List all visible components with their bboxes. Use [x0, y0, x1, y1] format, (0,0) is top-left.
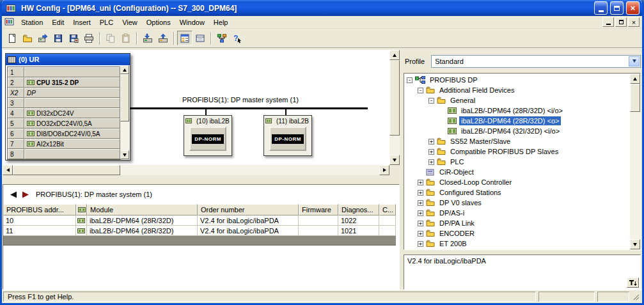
tree-item-configured-stations[interactable]: + Configured Stations — [405, 187, 629, 198]
help-button[interactable]: ? — [230, 31, 245, 45]
station-rack-window[interactable]: (0) UR 1 2 CPU 315-2 DP — [5, 53, 130, 160]
menu-options[interactable]: Options — [142, 17, 175, 27]
open-station-button[interactable] — [20, 31, 35, 45]
tree-expander[interactable]: + — [418, 221, 423, 226]
menu-edit[interactable]: Edit — [47, 17, 68, 27]
tree-expander[interactable]: + — [418, 190, 423, 196]
column-firmware[interactable]: Firmware — [299, 204, 338, 215]
paste-button[interactable] — [118, 31, 134, 45]
tree-expander[interactable]: - — [418, 88, 423, 93]
minimize-button[interactable] — [594, 1, 608, 15]
copy-button[interactable] — [103, 31, 118, 45]
tree-item-ibal2b-32i32d-io[interactable]: ibaL2B/-DPM64 (32I/32D) <i/o> — [405, 126, 629, 136]
scroll-down-button[interactable] — [389, 155, 400, 165]
save-button[interactable] — [51, 31, 66, 45]
column-order-number[interactable]: Order number — [198, 204, 299, 215]
column-module[interactable]: Module — [87, 204, 198, 215]
save-and-compile-button[interactable] — [66, 31, 81, 45]
menu-help[interactable]: Help — [209, 17, 233, 27]
tree-item-ibal2b-28r32d-io[interactable]: ibaL2B/-DPM64 (28R/32D) <i/o> — [405, 106, 629, 116]
catalog-toggle-button[interactable] — [177, 31, 192, 45]
download-to-module-button[interactable] — [140, 31, 155, 45]
tree-item-cir-object[interactable]: CiR-Object — [405, 167, 629, 177]
scroll-left-button[interactable] — [3, 165, 13, 175]
column-comment[interactable]: C... — [379, 204, 396, 215]
mdi-close-button[interactable]: × — [628, 17, 640, 27]
profibus-line[interactable] — [130, 107, 368, 109]
tree-expander[interactable]: + — [428, 149, 434, 155]
tree-expander[interactable]: + — [418, 200, 423, 206]
dp-norm-module[interactable]: DP-NORM — [189, 127, 226, 151]
scroll-up-button[interactable] — [630, 74, 640, 84]
tree-item-ss52-master-slave[interactable]: + SS52 Master/Slave — [405, 136, 629, 146]
upload-from-module-button[interactable] — [155, 31, 171, 45]
rack-slot-row[interactable]: 7 AI2x12Bit — [8, 139, 120, 149]
navigate-forward-icon[interactable] — [21, 191, 31, 199]
tree-item-additional-field-devices[interactable]: - Additional Field Devices — [405, 85, 629, 95]
scroll-up-button[interactable] — [389, 50, 400, 60]
profile-combobox[interactable]: Standard — [431, 55, 641, 68]
dp-slave-10[interactable]: (10) ibaL2B DP-NORM — [184, 115, 232, 156]
menu-station[interactable]: Station — [17, 17, 47, 27]
rack-window-titlebar[interactable]: (0) UR — [6, 54, 130, 65]
menu-window[interactable]: Window — [175, 17, 209, 27]
tree-item-dp-v0-slaves[interactable]: + DP V0 slaves — [405, 198, 629, 208]
menu-view[interactable]: View — [118, 17, 142, 27]
tree-item-encoder[interactable]: + ENCODER — [405, 228, 629, 239]
open-online-station-button[interactable] — [35, 31, 51, 45]
table-row[interactable]: 11 ibaL2B/-DPM64 (28R/32D) V2.4 for ibaL… — [3, 226, 399, 236]
network-configuration-button[interactable] — [214, 31, 230, 45]
scroll-down-button[interactable] — [630, 239, 640, 249]
new-station-button[interactable] — [4, 31, 20, 45]
catalog-scrollbar[interactable] — [630, 74, 640, 249]
rack-slot-row[interactable]: 6 DI8/DO8xDC24V/0,5A — [8, 129, 120, 139]
tree-item-plc[interactable]: + PLC — [405, 157, 629, 167]
tree-expander[interactable]: - — [428, 98, 434, 104]
document-icon[interactable] — [4, 17, 14, 27]
tree-item-dp-as-i[interactable]: + DP/AS-i — [405, 208, 629, 218]
scroll-thumb[interactable] — [13, 165, 120, 175]
rack-scrollbar[interactable] — [120, 65, 129, 159]
dp-slave-11[interactable]: (11) ibaL2B DP-NORM — [263, 115, 312, 156]
dp-norm-module[interactable]: DP-NORM — [269, 127, 306, 151]
menu-plc[interactable]: PLC — [95, 17, 118, 27]
tree-expander[interactable]: - — [407, 77, 412, 83]
tree-expander[interactable]: + — [418, 231, 423, 237]
rack-slot-row[interactable]: 8 — [8, 149, 120, 159]
tree-expander[interactable]: + — [418, 210, 423, 216]
scroll-thumb[interactable] — [120, 74, 129, 121]
tree-item-compatible-profibus-dp-slaves[interactable]: + Compatible PROFIBUS DP Slaves — [405, 146, 629, 157]
tree-expander[interactable]: + — [418, 180, 423, 185]
chevron-down-icon[interactable] — [629, 56, 640, 66]
rack-slot-row[interactable]: 5 DO32xDC24V/0,5A — [8, 118, 120, 129]
tree-item-profibus-dp[interactable]: - PROFIBUS DP — [405, 75, 629, 85]
station-view-vscrollbar[interactable] — [389, 50, 400, 165]
tree-item-general[interactable]: - General — [405, 95, 629, 106]
tree-expander[interactable]: + — [418, 241, 423, 247]
tree-item-et-200b[interactable]: + ET 200B — [405, 239, 629, 249]
address-overview-button[interactable] — [192, 31, 208, 45]
print-button[interactable] — [81, 31, 97, 45]
tree-item-ibal2b-28r32d-o[interactable]: ibaL2B/-DPM64 (28R/32D) <o> — [405, 116, 629, 126]
scroll-down-button[interactable] — [120, 150, 129, 159]
rack-slot-row[interactable]: 3 — [8, 98, 120, 108]
scroll-up-button[interactable] — [120, 65, 129, 74]
description-toggle-button[interactable] — [627, 278, 639, 288]
scroll-thumb[interactable] — [630, 84, 640, 112]
rack-slot-row[interactable]: X2 DP — [8, 88, 120, 98]
station-view-hscrollbar[interactable] — [3, 165, 389, 175]
column-diagnostics[interactable]: Diagnos... — [338, 204, 379, 215]
tree-item-closed-loop-controller[interactable]: + Closed-Loop Controller — [405, 177, 629, 187]
title-bar[interactable]: HW Config - [DPM64_uni (Configuration) -… — [2, 0, 642, 16]
tree-expander[interactable]: + — [428, 139, 434, 145]
rack-slot-row[interactable]: 1 — [8, 67, 120, 77]
mdi-minimize-button[interactable] — [602, 17, 614, 27]
tree-item-dp-pa-link[interactable]: + DP/PA Link — [405, 218, 629, 228]
column-module-icon[interactable] — [76, 204, 87, 215]
tree-expander[interactable]: + — [428, 159, 434, 165]
column-profibus-address[interactable]: PROFIBUS addr... — [3, 204, 76, 215]
menu-insert[interactable]: Insert — [68, 17, 95, 27]
close-button[interactable]: × — [626, 1, 640, 15]
navigate-back-icon[interactable] — [8, 191, 18, 199]
scroll-right-button[interactable] — [379, 165, 389, 175]
